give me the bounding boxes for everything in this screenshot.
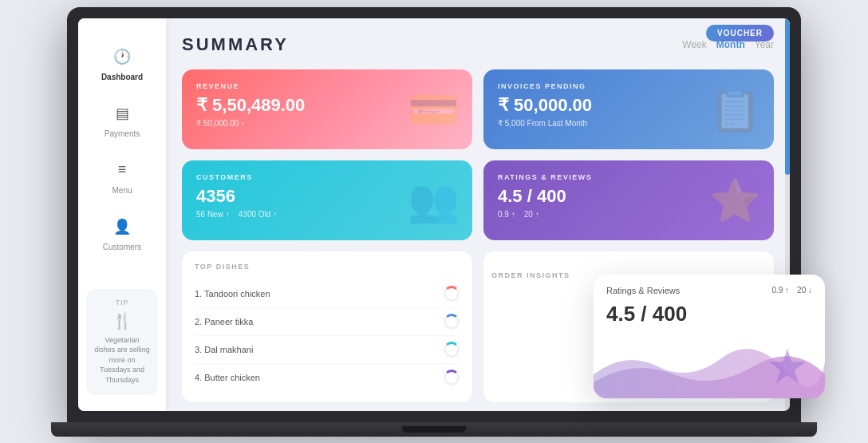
- laptop-notch: [402, 426, 466, 433]
- dish-name-3: 3. Dal makhani: [195, 345, 253, 354]
- scrollbar-thumb: [785, 18, 790, 176]
- floating-card-value: 4.5 / 400: [594, 302, 825, 334]
- dish-spinner-2: [444, 314, 460, 330]
- tip-section: TIP 🍴 Vegetarian dishes are selling more…: [86, 289, 158, 395]
- dish-spinner-1: [444, 286, 460, 302]
- floating-ratings-card: Ratings & Reviews 0.9 ↑ 20 ↓ 4.5 / 400: [594, 275, 825, 398]
- dish-spinner-3: [444, 342, 460, 358]
- laptop-body: 🕐 Dashboard ▤ Payments ≡ Menu 👤 Customer…: [67, 7, 801, 422]
- page-header: SUMMARY Week Month Year: [182, 34, 774, 55]
- revenue-card: REVENUE ₹ 5,50,489.00 ₹ 50,000.00 ↑ 💳: [182, 69, 472, 149]
- dashboard-icon: 🕐: [109, 44, 135, 69]
- sidebar-label-dashboard: Dashboard: [101, 73, 143, 81]
- tip-label: TIP: [94, 299, 150, 307]
- laptop-base: [51, 422, 817, 437]
- customers-old: 4300 Old ↑: [239, 210, 277, 219]
- dish-spinner-4: [444, 370, 460, 386]
- invoices-icon-bg: 📋: [709, 85, 761, 133]
- dish-name-2: 2. Paneer tikka: [195, 317, 253, 326]
- dish-item-4: 4. Butter chicken: [195, 364, 460, 391]
- floating-card-stats: 0.9 ↑ 20 ↓: [771, 286, 812, 295]
- sidebar: 🕐 Dashboard ▤ Payments ≡ Menu 👤 Customer…: [78, 18, 166, 411]
- week-filter[interactable]: Week: [682, 39, 706, 50]
- floating-card-wave: ★: [594, 334, 825, 398]
- sidebar-item-customers[interactable]: 👤 Customers: [78, 204, 166, 261]
- ratings-sub2: 20 ↑: [524, 210, 539, 219]
- customers-card: CUSTOMERS 4356 56 New ↑ 4300 Old ↑ 👥: [182, 160, 472, 240]
- customers-icon: 👤: [109, 214, 135, 239]
- top-dishes-title: TOP DISHES: [195, 263, 460, 271]
- payments-icon: ▤: [109, 101, 135, 126]
- sidebar-label-menu: Menu: [112, 186, 132, 195]
- dish-item-1: 1. Tandoori chicken: [195, 280, 460, 308]
- sidebar-item-dashboard[interactable]: 🕐 Dashboard: [78, 34, 166, 91]
- dish-name-4: 4. Butter chicken: [195, 373, 260, 382]
- dish-item-2: 2. Paneer tikka: [195, 308, 460, 336]
- revenue-icon-bg: 💳: [408, 85, 460, 133]
- menu-icon: ≡: [109, 157, 135, 183]
- customers-new: 56 New ↑: [196, 210, 230, 219]
- floating-stat1: 0.9 ↑: [771, 286, 789, 295]
- ratings-sub1: 0.9 ↑: [498, 210, 515, 219]
- top-dishes-card: TOP DISHES 1. Tandoori chicken 2. Paneer…: [182, 251, 472, 402]
- sidebar-label-customers: Customers: [103, 243, 141, 251]
- page-title: SUMMARY: [182, 34, 289, 55]
- ratings-icon-bg: ⭐: [709, 176, 761, 224]
- sidebar-label-payments: Payments: [105, 129, 140, 138]
- order-insights-title: ORDER INSIGHTS: [491, 271, 570, 279]
- laptop-wrapper: 🕐 Dashboard ▤ Payments ≡ Menu 👤 Customer…: [35, 6, 833, 437]
- customers-icon-bg: 👥: [408, 176, 460, 224]
- voucher-button[interactable]: VOUCHER: [706, 25, 774, 42]
- dish-name-1: 1. Tandoori chicken: [195, 289, 270, 299]
- tip-text: Vegetarian dishes are selling more on Tu…: [94, 335, 150, 386]
- summary-cards: REVENUE ₹ 5,50,489.00 ₹ 50,000.00 ↑ 💳 IN…: [182, 69, 774, 240]
- ratings-card: RATINGS & REVIEWS 4.5 / 400 0.9 ↑ 20 ↑ ⭐: [483, 160, 774, 240]
- invoices-card: INVOICES PENDING ₹ 50,000.00 ₹ 5,000 Fro…: [483, 69, 774, 149]
- floating-star-icon: ★: [766, 338, 809, 394]
- floating-stat2: 20 ↓: [797, 286, 812, 295]
- floating-card-header: Ratings & Reviews 0.9 ↑ 20 ↓: [594, 275, 825, 302]
- sidebar-item-menu[interactable]: ≡ Menu: [78, 148, 166, 204]
- dish-item-3: 3. Dal makhani: [195, 336, 460, 364]
- sidebar-item-payments[interactable]: ▤ Payments: [78, 91, 166, 148]
- floating-card-title: Ratings & Reviews: [606, 286, 680, 295]
- tip-icon: 🍴: [94, 311, 150, 330]
